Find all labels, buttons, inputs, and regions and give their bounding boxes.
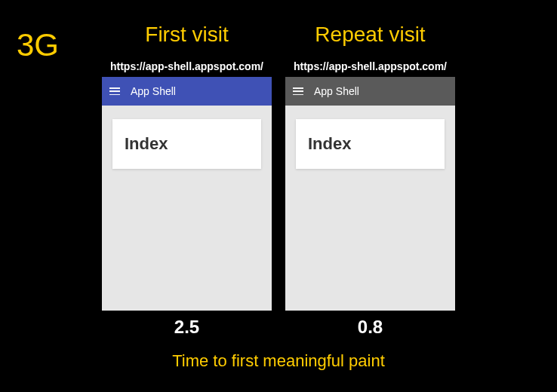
first-visit-column: First visit https://app-shell.appspot.co…: [102, 23, 272, 338]
app-toolbar-repeat: App Shell: [285, 77, 455, 106]
hamburger-icon: [293, 87, 303, 95]
app-title-repeat: App Shell: [314, 85, 359, 97]
phone-screenshot-first: App Shell Index: [102, 77, 272, 311]
app-toolbar-first: App Shell: [102, 77, 272, 106]
timing-value-first: 2.5: [102, 317, 272, 338]
column-title-first: First visit: [102, 23, 272, 47]
content-card-first: Index: [112, 119, 261, 169]
timing-value-repeat: 0.8: [285, 317, 455, 338]
card-label-first: Index: [125, 134, 249, 154]
phone-screenshot-repeat: App Shell Index: [285, 77, 455, 311]
network-type-badge: 3G: [17, 27, 59, 63]
app-title-first: App Shell: [131, 85, 176, 97]
content-card-repeat: Index: [296, 119, 445, 169]
url-first: https://app-shell.appspot.com/: [102, 60, 272, 72]
hamburger-icon: [109, 87, 120, 95]
column-title-repeat: Repeat visit: [285, 23, 455, 47]
card-label-repeat: Index: [308, 134, 432, 154]
repeat-visit-column: Repeat visit https://app-shell.appspot.c…: [285, 23, 455, 338]
footer-caption: Time to first meaningful paint: [0, 351, 557, 371]
url-repeat: https://app-shell.appspot.com/: [285, 60, 455, 72]
